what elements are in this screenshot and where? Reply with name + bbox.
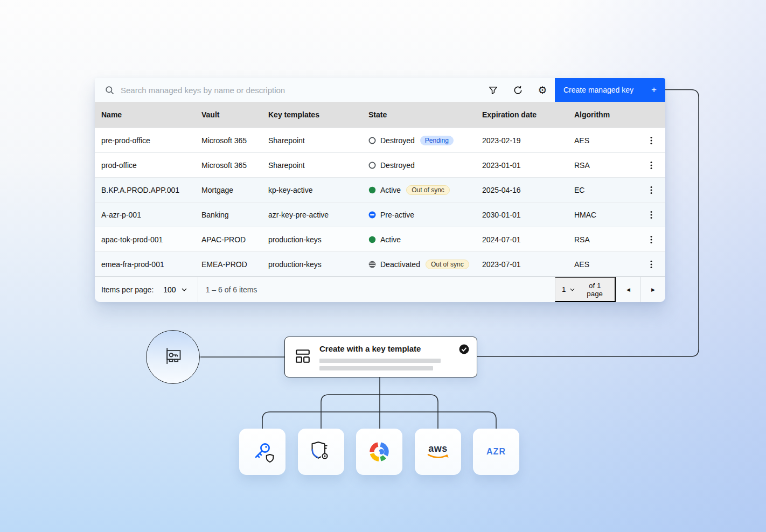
search-icon [105,86,114,95]
algorithm: RSA [574,161,641,170]
kebab-icon [650,186,652,194]
algorithm: RSA [574,235,641,244]
aws-logo-text: aws [428,444,448,453]
overflow-menu-button[interactable] [645,133,658,148]
aws-smile-icon [425,453,451,460]
table-header: Name Vault Key templates State Expiratio… [95,102,665,128]
items-range-text: 1 – 6 of 6 items [198,285,257,294]
overflow-menu-button[interactable] [645,257,658,272]
hsm-circle [146,330,200,384]
next-page-button[interactable]: ▶ [640,277,665,302]
vault: Microsoft 365 [201,136,268,145]
key-protect-icon [248,438,276,466]
key-name: prod-office [101,161,201,170]
table-row: apac-tok-prod-001 APAC-PROD production-k… [95,227,665,251]
out-of-sync-badge: Out of sync [426,260,469,269]
expiration-date: 2025-04-16 [482,186,574,194]
expiration-date: 2023-02-19 [482,136,574,145]
col-header-expiration-date: Expiration date [482,110,574,119]
key-name: B.KP.A.PROD.APP.001 [101,186,201,194]
key-template: Sharepoint [268,161,368,170]
pending-badge: Pending [420,136,454,145]
vault: APAC-PROD [201,235,268,244]
skeleton-bar [319,359,441,363]
skeleton-bar [319,366,433,370]
previous-page-button[interactable]: ◀ [616,277,640,302]
azure-logo-text: AZR [486,447,506,457]
state-label: Destroyed [380,161,415,170]
table-row: A-azr-p-001 Banking azr-key-pre-active P… [95,202,665,227]
filter-icon [489,86,498,95]
overflow-menu-button[interactable] [645,207,658,222]
key-template: azr-key-pre-active [268,211,368,219]
overflow-menu-button[interactable] [645,232,658,247]
vault: Mortgage [201,186,268,194]
kebab-icon [650,235,652,244]
table-row: B.KP.A.PROD.APP.001 Mortgage kp-key-acti… [95,177,665,202]
managed-keys-panel: ⚙ Create managed key + Name Vault Key te… [95,78,665,302]
tile-key-protect [239,429,285,475]
template-icon [295,348,311,364]
key-name: A-azr-p-001 [101,211,201,219]
kebab-icon [650,211,652,219]
card-title: Create with a key template [319,344,468,353]
state-active-icon [368,186,376,194]
table-row: prod-office Microsoft 365 Sharepoint Des… [95,152,665,177]
google-cloud-icon [366,439,392,465]
page-number-value: 1 [562,285,566,293]
vault: Banking [201,211,268,219]
expiration-date: 2030-01-01 [482,211,574,219]
state-cell: Destroyed [368,161,482,170]
filter-button[interactable] [481,78,505,102]
settings-button[interactable]: ⚙ [530,78,555,102]
state-label: Destroyed [380,136,415,145]
tile-shield-key [298,429,344,475]
col-header-state: State [368,110,482,119]
chevron-down-icon [570,288,575,291]
state-label: Active [380,186,401,194]
kebab-icon [650,260,652,269]
tile-google-cloud [356,429,402,475]
next-page-icon: ▶ [651,287,655,292]
expiration-date: 2023-01-01 [482,161,574,170]
gear-icon: ⚙ [538,85,547,95]
tile-aws: aws [415,429,461,475]
key-name: emea-fra-prod-001 [101,260,201,269]
create-managed-key-button[interactable]: Create managed key + [555,78,665,102]
items-per-page-select[interactable]: 100 [154,277,197,302]
items-per-page-value: 100 [163,285,176,294]
state-deactivated-icon [368,261,376,268]
state-cell: Pre-active [368,211,482,219]
key-name: pre-prod-office [101,136,201,145]
overflow-menu-button[interactable] [645,158,658,173]
shield-key-icon [307,438,335,466]
vault: EMEA-PROD [201,260,268,269]
expiration-date: 2023-07-01 [482,260,574,269]
plus-icon: + [651,85,657,95]
col-header-key-templates: Key templates [268,110,368,119]
search-input[interactable] [121,86,481,95]
page-number-select[interactable]: 1 of 1 page [555,277,616,302]
kebab-icon [650,136,652,145]
state-destroyed-icon [368,137,376,144]
key-template: production-keys [268,235,368,244]
previous-page-icon: ◀ [626,287,630,292]
of-page-text: of 1 page [581,282,608,298]
state-active-icon [368,236,376,243]
hsm-card-icon [158,342,187,372]
state-label: Pre-active [380,211,414,219]
key-template: production-keys [268,260,368,269]
refresh-button[interactable] [505,78,530,102]
overflow-menu-button[interactable] [645,183,658,198]
key-template-card: Create with a key template [284,337,477,377]
items-per-page-label: Items per page: [101,285,154,294]
refresh-icon [513,86,523,95]
col-header-algorithm: Algorithm [574,110,641,119]
tile-azure: AZR [473,429,519,475]
state-preactive-icon [368,211,376,219]
table-row: pre-prod-office Microsoft 365 Sharepoint… [95,128,665,152]
state-destroyed-icon [368,162,376,169]
vault: Microsoft 365 [201,161,268,170]
col-header-vault: Vault [201,110,268,119]
key-name: apac-tok-prod-001 [101,235,201,244]
